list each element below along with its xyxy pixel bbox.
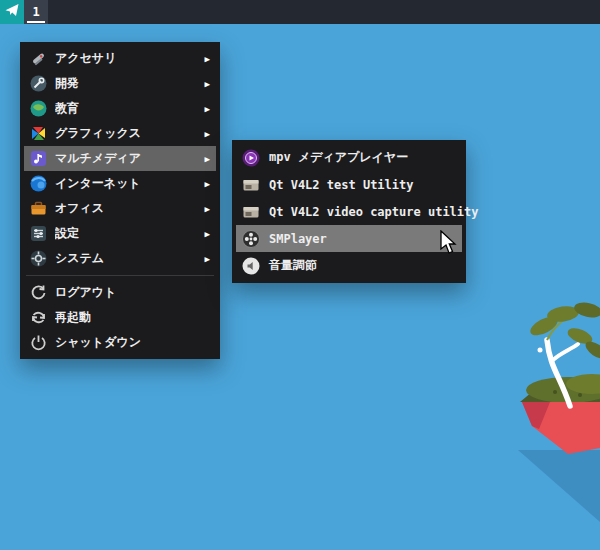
menu-item-office[interactable]: オフィス ▶ bbox=[24, 196, 216, 221]
volume-icon bbox=[242, 257, 260, 275]
system-icon bbox=[30, 250, 47, 267]
submenu-arrow-icon: ▶ bbox=[205, 54, 210, 64]
menu-item-accessories[interactable]: アクセサリ ▶ bbox=[24, 46, 216, 71]
menu-item-label: 教育 bbox=[55, 100, 197, 117]
applications-menu: アクセサリ ▶ 開発 ▶ 教育 ▶ グラフィックス ▶ マルチメディア ▶ イン bbox=[20, 42, 220, 359]
submenu-arrow-icon: ▶ bbox=[205, 104, 210, 114]
menu-item-label: 設定 bbox=[55, 225, 197, 242]
menu-item-label: システム bbox=[55, 250, 197, 267]
submenu-item-mpv-player[interactable]: mpv メディアプレイヤー bbox=[236, 144, 462, 171]
workspace-number: 1 bbox=[32, 5, 39, 19]
menu-item-label: インターネット bbox=[55, 175, 197, 192]
menu-item-shutdown[interactable]: シャットダウン bbox=[24, 330, 216, 355]
multimedia-submenu: mpv メディアプレイヤー Qt V4L2 test Utility Qt V4… bbox=[232, 140, 466, 283]
submenu-arrow-icon: ▶ bbox=[205, 179, 210, 189]
education-icon bbox=[30, 100, 47, 117]
submenu-item-qt-v4l2-capture[interactable]: Qt V4L2 video capture utility bbox=[236, 198, 462, 225]
office-icon bbox=[30, 200, 47, 217]
mouse-cursor bbox=[440, 230, 462, 256]
menu-item-label: グラフィックス bbox=[55, 125, 197, 142]
settings-icon bbox=[30, 225, 47, 242]
menu-item-restart[interactable]: 再起動 bbox=[24, 305, 216, 330]
menu-item-system[interactable]: システム ▶ bbox=[24, 246, 216, 271]
menu-item-graphics[interactable]: グラフィックス ▶ bbox=[24, 121, 216, 146]
development-icon bbox=[30, 75, 47, 92]
menu-separator bbox=[26, 275, 214, 276]
submenu-item-label: mpv メディアプレイヤー bbox=[269, 149, 408, 166]
accessories-icon bbox=[30, 50, 47, 67]
menu-item-development[interactable]: 開発 ▶ bbox=[24, 71, 216, 96]
v4l2-icon bbox=[242, 176, 260, 194]
submenu-item-label: 音量調節 bbox=[269, 257, 317, 274]
submenu-arrow-icon: ▶ bbox=[205, 254, 210, 264]
internet-icon bbox=[30, 175, 47, 192]
workspace-indicator[interactable]: 1 bbox=[24, 0, 48, 24]
menu-item-label: マルチメディア bbox=[55, 150, 197, 167]
smplayer-icon bbox=[242, 230, 260, 248]
menu-item-label: 開発 bbox=[55, 75, 197, 92]
menu-item-internet[interactable]: インターネット ▶ bbox=[24, 171, 216, 196]
logout-icon bbox=[30, 284, 47, 301]
graphics-icon bbox=[30, 125, 47, 142]
submenu-item-label: Qt V4L2 test Utility bbox=[269, 178, 414, 192]
menu-item-label: ログアウト bbox=[55, 284, 210, 301]
submenu-arrow-icon: ▶ bbox=[205, 129, 210, 139]
submenu-item-smplayer[interactable]: SMPlayer bbox=[236, 225, 462, 252]
menu-item-label: シャットダウン bbox=[55, 334, 210, 351]
mpv-icon bbox=[242, 149, 260, 167]
menu-item-logout[interactable]: ログアウト bbox=[24, 280, 216, 305]
multimedia-icon bbox=[30, 150, 47, 167]
launcher-logo-button[interactable] bbox=[0, 0, 24, 24]
workspace-active-underline bbox=[27, 21, 45, 23]
menu-item-settings[interactable]: 設定 ▶ bbox=[24, 221, 216, 246]
submenu-arrow-icon: ▶ bbox=[205, 79, 210, 89]
menu-item-education[interactable]: 教育 ▶ bbox=[24, 96, 216, 121]
restart-icon bbox=[30, 309, 47, 326]
submenu-item-volume-control[interactable]: 音量調節 bbox=[236, 252, 462, 279]
top-panel: 1 bbox=[0, 0, 600, 24]
menu-item-label: 再起動 bbox=[55, 309, 210, 326]
submenu-item-label: Qt V4L2 video capture utility bbox=[269, 205, 479, 219]
menu-item-label: オフィス bbox=[55, 200, 197, 217]
v4l2-icon bbox=[242, 203, 260, 221]
wallpaper-island-illustration bbox=[420, 280, 600, 550]
submenu-item-label: SMPlayer bbox=[269, 232, 327, 246]
shutdown-icon bbox=[30, 334, 47, 351]
menu-item-multimedia[interactable]: マルチメディア ▶ bbox=[24, 146, 216, 171]
submenu-arrow-icon: ▶ bbox=[205, 204, 210, 214]
submenu-item-qt-v4l2-test[interactable]: Qt V4L2 test Utility bbox=[236, 171, 462, 198]
menu-item-label: アクセサリ bbox=[55, 50, 197, 67]
submenu-arrow-icon: ▶ bbox=[205, 154, 210, 164]
paper-plane-icon bbox=[4, 2, 20, 22]
submenu-arrow-icon: ▶ bbox=[205, 229, 210, 239]
